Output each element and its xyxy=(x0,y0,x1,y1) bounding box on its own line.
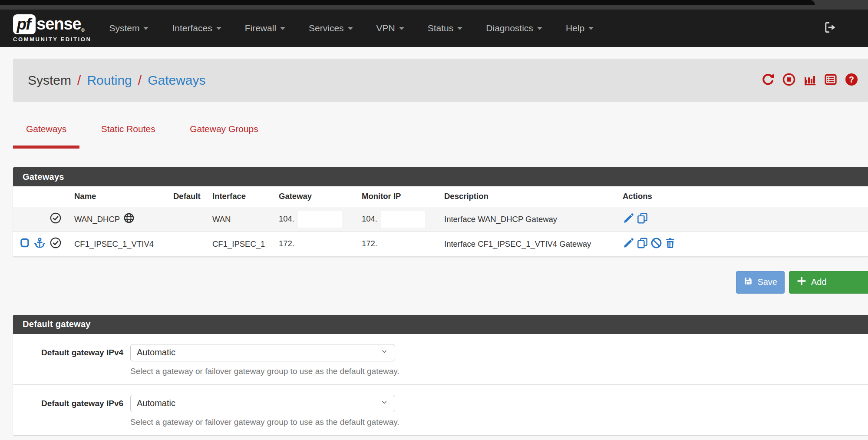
gateway-interface: WAN xyxy=(206,207,272,232)
menu-vpn[interactable]: VPN xyxy=(365,23,416,33)
top-navbar: pf sense ® COMMUNITY EDITION System Inte… xyxy=(0,10,868,47)
menu-system[interactable]: System xyxy=(97,23,160,33)
menu-help[interactable]: Help xyxy=(554,23,605,33)
default-gateway-ipv4-select[interactable]: Automatic xyxy=(130,344,395,361)
default-gateway-ipv6-label: Default gateway IPv6 xyxy=(13,395,130,427)
check-circle-icon xyxy=(50,212,62,226)
edit-icon[interactable] xyxy=(623,212,634,226)
check-circle-icon xyxy=(50,237,62,251)
gateway-description: Interface WAN_DHCP Gateway xyxy=(438,207,616,232)
gateway-interface: CF1_IPSEC_1 xyxy=(206,232,272,256)
copy-icon[interactable] xyxy=(637,237,648,251)
bar-chart-icon[interactable] xyxy=(803,73,817,88)
default-gateway-panel-header: Default gateway xyxy=(13,315,868,334)
help-text: Select a gateway or failover gateway gro… xyxy=(130,367,868,376)
gateway-default xyxy=(167,207,206,232)
copy-icon[interactable] xyxy=(637,212,648,226)
square-outline-icon xyxy=(20,238,30,250)
selected-value: Automatic xyxy=(137,347,380,357)
sign-out-icon[interactable] xyxy=(824,21,837,36)
menu-diagnostics[interactable]: Diagnostics xyxy=(474,23,554,33)
breadcrumb-gateways-link[interactable]: Gateways xyxy=(148,73,205,88)
chevron-down-icon xyxy=(380,347,389,358)
breadcrumb-bar: System / Routing / Gateways xyxy=(13,59,868,102)
selected-value: Automatic xyxy=(137,398,380,408)
table-row: CF1_IPSEC_1_VTIV4 CF1_IPSEC_1 172. 172. … xyxy=(13,232,868,256)
add-button[interactable]: Add xyxy=(789,271,868,294)
gateway-ip: 104. xyxy=(279,214,294,223)
help-text: Select a gateway or failover gateway gro… xyxy=(130,417,868,427)
gateway-ip: 172. xyxy=(279,238,294,248)
gateways-panel: Gateways Name Default Interface Gateway … xyxy=(13,167,868,257)
breadcrumb-system: System xyxy=(28,73,71,88)
chevron-down-icon xyxy=(588,27,594,30)
breadcrumb-routing-link[interactable]: Routing xyxy=(87,73,132,88)
chevron-down-icon xyxy=(280,27,285,30)
col-monitor-ip: Monitor IP xyxy=(355,186,438,207)
chevron-down-icon xyxy=(143,27,149,30)
monitor-ip: 172. xyxy=(362,238,377,248)
stop-circle-icon[interactable] xyxy=(782,73,796,88)
default-gateway-panel: Default gateway Default gateway IPv4 Aut… xyxy=(13,315,868,435)
window-chrome xyxy=(0,0,868,10)
add-button-label: Add xyxy=(811,277,827,287)
disable-icon[interactable] xyxy=(650,237,662,251)
form-row-ipv4: Default gateway IPv4 Automatic Select a … xyxy=(13,334,868,384)
table-row: WAN_DHCP WAN 104. 104. xyxy=(13,207,868,232)
tab-gateways[interactable]: Gateways xyxy=(13,115,79,149)
breadcrumb-separator: / xyxy=(138,73,142,88)
redacted-ip xyxy=(298,211,342,228)
breadcrumb-separator: / xyxy=(77,73,81,88)
redacted-ip xyxy=(381,211,425,228)
chevron-down-icon xyxy=(399,27,404,30)
gateways-panel-title: Gateways xyxy=(23,172,64,182)
plus-icon xyxy=(796,276,807,288)
save-button-label: Save xyxy=(757,277,777,287)
gateways-table: Name Default Interface Gateway Monitor I… xyxy=(13,186,868,257)
col-gateway: Gateway xyxy=(272,186,355,207)
menu-services[interactable]: Services xyxy=(297,23,365,33)
menu-firewall[interactable]: Firewall xyxy=(233,23,297,33)
tab-static-routes[interactable]: Static Routes xyxy=(88,115,168,146)
chevron-down-icon xyxy=(537,27,542,30)
sense-logo-text: sense xyxy=(36,15,81,33)
col-actions: Actions xyxy=(616,186,868,207)
gateway-default xyxy=(167,232,206,256)
chevron-down-icon xyxy=(457,27,462,30)
chevron-down-icon xyxy=(380,398,389,409)
default-gateway-ipv4-label: Default gateway IPv4 xyxy=(13,344,130,376)
chevron-down-icon xyxy=(348,27,353,30)
default-gateway-ipv6-select[interactable]: Automatic xyxy=(130,395,395,412)
log-list-icon[interactable] xyxy=(824,73,838,88)
tab-gateway-groups[interactable]: Gateway Groups xyxy=(177,115,271,146)
page-tabs: Gateways Static Routes Gateway Groups xyxy=(13,115,868,149)
window-chrome-bar xyxy=(0,0,815,5)
gateway-description: Interface CF1_IPSEC_1_VTIV4 Gateway xyxy=(438,232,616,256)
gateways-panel-header: Gateways xyxy=(13,167,868,186)
pf-logo-box: pf xyxy=(13,14,36,34)
save-button[interactable]: Save xyxy=(736,271,785,294)
gateway-name: CF1_IPSEC_1_VTIV4 xyxy=(74,239,154,248)
logo-subtitle: COMMUNITY EDITION xyxy=(13,36,91,43)
globe-icon xyxy=(123,212,135,226)
chevron-down-icon xyxy=(216,27,221,30)
edit-icon[interactable] xyxy=(623,237,634,251)
form-row-ipv6: Default gateway IPv6 Automatic Select a … xyxy=(13,384,868,435)
save-icon xyxy=(743,276,753,288)
monitor-ip: 104. xyxy=(362,214,377,223)
pfsense-logo[interactable]: pf sense ® COMMUNITY EDITION xyxy=(13,14,91,43)
default-gateway-panel-title: Default gateway xyxy=(23,319,91,329)
col-interface: Interface xyxy=(206,186,272,207)
actions-button-row: Save Add xyxy=(0,271,868,294)
gateway-name: WAN_DHCP xyxy=(74,215,120,224)
refresh-icon[interactable] xyxy=(761,73,775,88)
col-description: Description xyxy=(438,186,616,207)
help-circle-icon[interactable]: ? xyxy=(845,73,858,88)
pf-logo-text: pf xyxy=(17,15,32,33)
svg-text:?: ? xyxy=(849,75,854,84)
menu-interfaces[interactable]: Interfaces xyxy=(160,23,233,33)
delete-icon[interactable] xyxy=(664,237,676,251)
menu-status[interactable]: Status xyxy=(416,23,475,33)
anchor-icon xyxy=(34,237,46,251)
col-name: Name xyxy=(68,186,167,207)
